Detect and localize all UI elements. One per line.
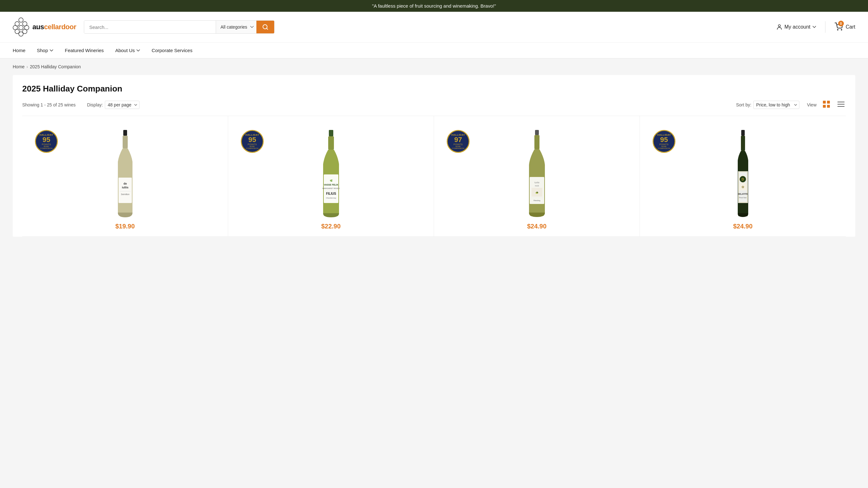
bottle-image-1: de iuliis Semillon	[114, 127, 136, 219]
grid-icon	[823, 101, 830, 108]
nav-item-shop[interactable]: Shop	[37, 42, 53, 58]
bottle-svg-2: 🌿 VASSE FELIX MARGARET RIVER FILIUS Char…	[320, 130, 342, 219]
cart-count: 0	[838, 21, 844, 26]
svg-text:Semillon: Semillon	[121, 193, 129, 195]
product-card[interactable]: HALLIDAY 95 POINTS WINECOMPANION	[640, 116, 846, 237]
svg-rect-28	[329, 130, 333, 136]
category-select[interactable]: All categories Red Wine White Wine Spark…	[216, 21, 256, 33]
chevron-down-icon	[812, 26, 816, 28]
display-per-page-select[interactable]: 48 per page 24 per page 12 per page	[105, 101, 140, 109]
svg-text:DELATITE: DELATITE	[738, 193, 748, 195]
product-price-1: $19.90	[115, 223, 135, 230]
collection-box: 2025 Halliday Companion Showing 1 - 25 o…	[13, 75, 855, 237]
bottle-image-2: 🌿 VASSE FELIX MARGARET RIVER FILIUS Char…	[320, 127, 342, 219]
logo-link[interactable]: auscellardoor	[13, 18, 76, 36]
product-card[interactable]: HALLIDAY 95 POINTS WINECOMPANION	[22, 116, 228, 237]
bottle-wrap-3: HALLIDAY 97 POINTS WINECOMPANION	[440, 124, 633, 219]
grid-view-button[interactable]	[822, 99, 831, 110]
svg-text:🐢: 🐢	[535, 191, 538, 194]
person-icon	[776, 24, 782, 30]
bottle-image-4: D ✿ DELATITE Pinot Noir	[733, 127, 753, 219]
chevron-down-icon	[50, 49, 53, 52]
my-account-button[interactable]: My account	[776, 24, 816, 30]
svg-point-4	[19, 25, 23, 30]
collection-title: 2025 Halliday Companion	[22, 84, 846, 94]
svg-text:Pinot Noir: Pinot Noir	[739, 197, 746, 199]
product-card[interactable]: HALLIDAY 95 POINTS WINECOMPANION	[228, 116, 434, 237]
svg-point-12	[837, 30, 838, 30]
svg-rect-38	[534, 135, 539, 149]
view-label: View	[807, 102, 816, 108]
svg-rect-15	[827, 101, 830, 103]
product-price-4: $24.90	[733, 223, 752, 230]
list-view-button[interactable]	[836, 99, 846, 110]
nav-item-home[interactable]: Home	[13, 42, 25, 58]
svg-rect-22	[123, 136, 128, 148]
product-price-3: $24.90	[527, 223, 547, 230]
svg-text:rock: rock	[535, 185, 539, 187]
bottle-svg-1: de iuliis Semillon	[114, 130, 136, 219]
nav-item-featured-wineries[interactable]: Featured Wineries	[65, 42, 104, 58]
halliday-badge-3: HALLIDAY 97 POINTS WINECOMPANION	[447, 130, 470, 153]
svg-rect-14	[823, 101, 826, 103]
nav-item-corporate-services[interactable]: Corporate Services	[152, 42, 192, 58]
halliday-badge-4: HALLIDAY 95 POINTS WINECOMPANION	[653, 130, 676, 153]
logo-icon	[13, 18, 29, 36]
display-select-wrap: Display: 48 per page 24 per page 12 per …	[87, 101, 140, 109]
svg-point-7	[23, 22, 27, 26]
logo-text: auscellardoor	[32, 23, 76, 31]
svg-rect-23	[119, 178, 132, 203]
bottle-wrap-2: HALLIDAY 95 POINTS WINECOMPANION	[235, 124, 427, 219]
svg-text:iuliis: iuliis	[122, 186, 128, 189]
sort-select[interactable]: Price, low to high Price, high to low Ne…	[753, 101, 799, 109]
search-bar: All categories Red Wine White Wine Spark…	[84, 20, 275, 34]
search-input[interactable]	[84, 21, 216, 33]
svg-rect-21	[123, 130, 127, 136]
breadcrumb-current: 2025 Halliday Companion	[30, 64, 81, 69]
svg-rect-29	[328, 136, 334, 150]
breadcrumb-separator: ›	[26, 64, 28, 69]
my-account-label: My account	[784, 24, 810, 30]
svg-text:VASSE FELIX: VASSE FELIX	[324, 184, 338, 186]
bottle-wrap-4: HALLIDAY 95 POINTS WINECOMPANION	[646, 124, 839, 219]
cart-label: Cart	[846, 24, 855, 30]
cart-button[interactable]: 0 Cart	[834, 23, 855, 31]
svg-point-13	[841, 30, 842, 30]
product-price-2: $22.90	[321, 223, 341, 230]
sort-wrap: Sort by: Price, low to high Price, high …	[736, 101, 799, 109]
toolbar-right: Sort by: Price, low to high Price, high …	[736, 99, 846, 110]
display-label: Display:	[87, 102, 103, 108]
svg-rect-46	[741, 130, 745, 136]
svg-rect-16	[823, 105, 826, 108]
svg-text:turtle: turtle	[534, 181, 539, 184]
list-icon	[837, 101, 844, 108]
collection-toolbar: Showing 1 - 25 of 25 wines Display: 48 p…	[22, 99, 846, 116]
search-icon	[262, 24, 269, 30]
top-banner: "A faultless piece of fruit sourcing and…	[0, 0, 868, 12]
header-divider	[825, 21, 826, 33]
svg-rect-17	[827, 105, 830, 108]
svg-text:Chardonnay: Chardonnay	[326, 197, 336, 199]
sort-label: Sort by:	[736, 102, 751, 108]
svg-text:de: de	[123, 182, 127, 185]
product-card[interactable]: HALLIDAY 97 POINTS WINECOMPANION	[434, 116, 640, 237]
svg-point-6	[15, 22, 20, 26]
svg-line-10	[267, 28, 268, 30]
nav-item-about-us[interactable]: About Us	[115, 42, 141, 58]
search-button[interactable]	[256, 21, 274, 33]
halliday-badge-2: HALLIDAY 95 POINTS WINECOMPANION	[241, 130, 264, 153]
showing-text: Showing 1 - 25 of 25 wines	[22, 102, 75, 108]
bottle-svg-4: D ✿ DELATITE Pinot Noir	[733, 130, 753, 219]
product-grid: HALLIDAY 95 POINTS WINECOMPANION	[22, 116, 846, 237]
main-content: 2025 Halliday Companion Showing 1 - 25 o…	[0, 75, 868, 249]
svg-text:D: D	[742, 177, 744, 181]
bottle-image-3: turtle rock 🐢 Riesling	[526, 127, 548, 219]
svg-text:🌿: 🌿	[330, 179, 332, 182]
svg-point-8	[19, 18, 23, 22]
bottle-svg-3: turtle rock 🐢 Riesling	[526, 130, 548, 219]
banner-text: "A faultless piece of fruit sourcing and…	[372, 3, 496, 8]
svg-text:✿: ✿	[742, 185, 744, 189]
breadcrumb-home[interactable]: Home	[13, 64, 25, 69]
breadcrumb: Home › 2025 Halliday Companion	[0, 58, 868, 75]
main-nav: Home Shop Featured Wineries About Us Cor…	[0, 42, 868, 58]
